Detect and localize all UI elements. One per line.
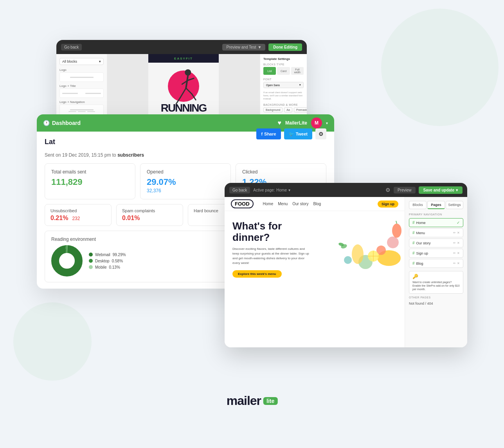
preview-test-button[interactable]: Preview and Test ▼ <box>222 44 265 51</box>
chevron-down-icon: ▾ <box>299 83 301 87</box>
svg-point-0 <box>185 69 191 76</box>
svg-line-3 <box>186 88 192 94</box>
hash-icon: # <box>412 251 415 255</box>
food-illustration-svg <box>326 211 405 274</box>
nav-link-blog[interactable]: Blog <box>313 202 321 206</box>
go-back-button[interactable]: Go back <box>61 44 82 51</box>
block-preview[interactable] <box>59 89 104 98</box>
user-avatar[interactable]: M <box>311 117 322 128</box>
edit-icon[interactable]: ✏ <box>453 251 456 255</box>
block-bar <box>70 77 94 78</box>
hash-icon: # <box>412 241 415 245</box>
heart-icon: ♥ <box>277 119 281 126</box>
web-nav-item-blog[interactable]: # Blog ✏ ✕ <box>409 259 463 268</box>
web-nav-item-signup[interactable]: # Sign up ✏ ✕ <box>409 249 463 258</box>
nav-item-label: Sign up <box>416 251 428 255</box>
bg-label: BACKGROUND & MORE <box>263 103 304 106</box>
web-brand-logo: FOOD <box>231 199 254 208</box>
nav-item-label: Our story <box>416 241 431 245</box>
svg-line-2 <box>180 88 186 98</box>
done-editing-button[interactable]: Done Editing <box>268 43 302 51</box>
opened-card: Opened 29.07% 32,376 <box>140 163 231 199</box>
nav-item-left: # Home <box>412 220 426 225</box>
svg-point-17 <box>344 256 352 264</box>
web-explore-button[interactable]: Explore this week's menu <box>232 270 282 278</box>
other-page-item-404[interactable]: Not found / 404 <box>409 300 463 307</box>
sent-info-text: Sent on 19 Dec 2019, 15:15 pm to <box>45 152 116 158</box>
block-label: Logo <box>59 68 104 72</box>
list-btn[interactable]: List <box>263 67 276 75</box>
tab-blocks[interactable]: Blocks <box>409 201 427 209</box>
web-go-back-button[interactable]: Go back <box>229 187 250 193</box>
svg-point-16 <box>387 237 399 248</box>
block-preview[interactable] <box>59 72 104 82</box>
bg-blob-1 <box>381 9 499 126</box>
legend-dot <box>89 265 93 269</box>
block-bar <box>70 109 94 110</box>
tab-pages[interactable]: Pages <box>427 201 445 209</box>
total-sent-card: Total emails sent 111,829 <box>45 163 135 199</box>
edit-icon[interactable]: ✏ <box>453 241 456 245</box>
svg-line-22 <box>396 221 397 224</box>
background-btn[interactable]: Background <box>263 107 283 112</box>
web-canvas: FOOD Home Menu Our story Blog Sign up Wh… <box>225 197 405 347</box>
edit-icon[interactable]: ✏ <box>453 262 456 265</box>
web-settings-panel: Blocks Pages Settings PRIMARY NAVIGATION… <box>405 197 467 347</box>
full-width-btn[interactable]: Full width <box>291 67 304 75</box>
twitter-share-button[interactable]: 🐦 Tweet <box>284 128 312 139</box>
delete-icon[interactable]: ✕ <box>457 251 460 255</box>
web-nav-item-menu[interactable]: # Menu ✏ ✕ <box>409 228 463 237</box>
nav-link-menu[interactable]: Menu <box>278 202 288 206</box>
web-hero: What's for dinner? Discover exciting fla… <box>225 211 405 287</box>
upgrade-text: Want to create unlimited pages? Enable t… <box>412 280 460 291</box>
block-bar <box>85 93 101 94</box>
delete-icon[interactable]: ✕ <box>457 231 460 235</box>
font-note: If an email client doesn't support web f… <box>263 91 304 100</box>
nav-icons: ✏ ✕ <box>453 251 460 255</box>
blocks-dropdown[interactable]: All blocks ▾ <box>59 58 104 65</box>
edit-icon[interactable]: ✏ <box>453 231 456 235</box>
runner-svg <box>170 69 200 106</box>
font-label: FONT <box>263 78 304 81</box>
chevron-down-icon: ▾ <box>456 188 458 192</box>
total-sent-value: 111,829 <box>51 177 129 187</box>
hash-icon: # <box>412 220 415 225</box>
web-nav-item-our-story[interactable]: # Our story ✏ ✕ <box>409 238 463 247</box>
blocks-type-label: BLOCKS TYPE <box>263 63 304 66</box>
nav-link-our-story[interactable]: Our story <box>292 202 308 206</box>
delete-icon[interactable]: ✕ <box>457 241 460 245</box>
web-hero-subtitle: Discover exciting flavors, taste differe… <box>232 247 311 266</box>
mailerlite-header-label: MailerLite <box>285 120 307 126</box>
hash-icon: # <box>412 231 415 235</box>
web-preview-button[interactable]: Preview <box>394 187 416 193</box>
main-scene: Go back Preview and Test ▼ Done Editing … <box>37 28 467 420</box>
hash-icon: # <box>412 261 415 266</box>
tweet-label: Tweet <box>296 132 308 136</box>
web-body: FOOD Home Menu Our story Blog Sign up Wh… <box>225 197 467 347</box>
settings-gear-button[interactable]: ⚙ <box>315 128 326 139</box>
web-signup-button[interactable]: Sign up <box>378 201 398 208</box>
web-save-button[interactable]: Save and update ▾ <box>419 186 463 194</box>
spam-card: Spam complaints 0.01% <box>116 204 183 226</box>
gear-icon: ⚙ <box>319 131 324 137</box>
website-editor-panel: Go back Active page: Home ▾ ⚙ Preview Sa… <box>225 183 467 347</box>
tab-settings[interactable]: Settings <box>446 201 463 209</box>
bg-blob-2 <box>13 302 92 381</box>
premaster-btn[interactable]: Premaster <box>294 107 307 112</box>
facebook-share-button[interactable]: f Share <box>256 128 281 139</box>
twitter-icon: 🐦 <box>289 132 294 137</box>
spam-label: Spam complaints <box>122 208 177 213</box>
svg-line-5 <box>188 78 194 80</box>
aa-btn[interactable]: Aa <box>284 107 292 112</box>
nav-link-home[interactable]: Home <box>263 202 274 206</box>
web-nav-item-home[interactable]: # Home ✓ <box>409 218 463 227</box>
web-settings-icon-button[interactable]: ⚙ <box>385 187 391 193</box>
card-btn[interactable]: Card <box>277 67 290 75</box>
legend-item-mobile: Mobile 0.13% <box>89 265 126 269</box>
total-sent-label: Total emails sent <box>51 169 129 175</box>
logo-text-main: mailer <box>227 394 261 408</box>
unsubscribed-percent: 0.21% <box>50 215 68 222</box>
block-label: Logo + Navigation <box>59 100 104 104</box>
font-select[interactable]: Open Sans ▾ <box>263 82 304 88</box>
delete-icon[interactable]: ✕ <box>457 262 460 265</box>
